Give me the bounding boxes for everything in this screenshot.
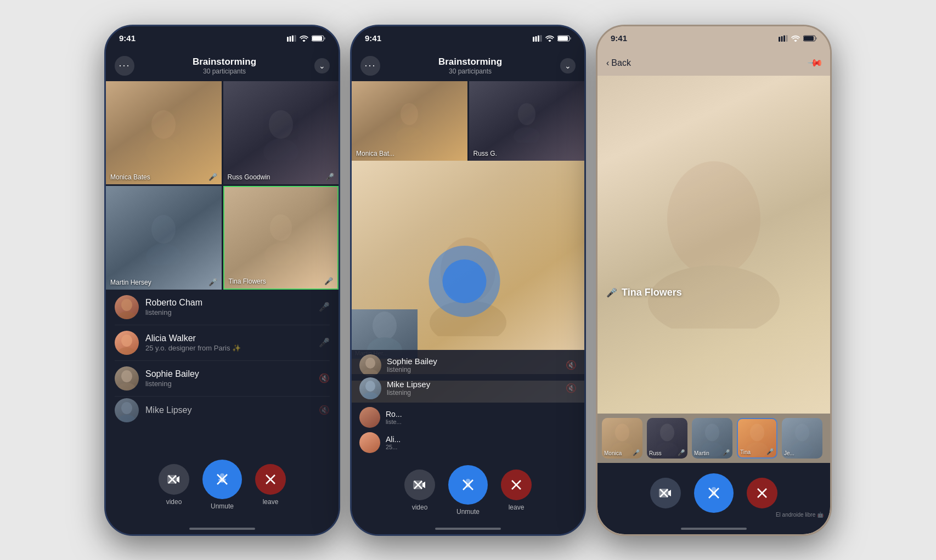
full-speaker-3: 🎤 Tina Flowers <box>597 76 830 414</box>
sophie-name-2: Sophie Bailey <box>387 357 560 366</box>
header-center-2: Brainstorming 30 participants <box>438 56 502 75</box>
partial-list-2: Ro... liste... Ali... 25... <box>352 403 584 457</box>
pin-button-3[interactable]: 📌 <box>809 57 821 69</box>
svg-point-12 <box>146 244 181 265</box>
mute-button-3[interactable] <box>694 473 734 513</box>
sophie-status-2: listening <box>387 366 560 374</box>
svg-rect-57 <box>783 35 785 42</box>
participant-roberto[interactable]: Roberto Cham listening 🎤 <box>106 290 339 325</box>
video-button-2[interactable]: video <box>404 470 435 511</box>
svg-point-15 <box>121 299 132 311</box>
home-bar-1 <box>189 528 255 530</box>
status-bar-3: 9:41 <box>597 26 830 50</box>
speaker-name-overlay-3: 🎤 Tina Flowers <box>606 287 682 298</box>
svg-rect-60 <box>816 37 817 39</box>
svg-point-14 <box>264 243 297 265</box>
leave-button-1[interactable]: leave <box>255 464 286 506</box>
participant-sophie[interactable]: Sophie Bailey listening 🔇 <box>106 361 339 396</box>
participant-name-alicia: Alicia Walker <box>145 333 312 343</box>
svg-point-70 <box>750 423 764 441</box>
controls-row-3 <box>650 473 777 513</box>
svg-point-68 <box>705 423 719 441</box>
video-button-3[interactable] <box>650 478 681 508</box>
participant-count-2: 30 participants <box>438 67 502 75</box>
leave-circle-3[interactable] <box>747 478 777 508</box>
participant-status-alicia: 25 y.o. designer from Paris ✨ <box>145 344 312 352</box>
video-cell-russ-2[interactable]: Russ G. <box>469 81 585 161</box>
status-bar-1: 9:41 <box>106 26 339 50</box>
home-indicator-2 <box>352 523 584 534</box>
back-button-3[interactable]: ‹ Back <box>606 58 631 68</box>
mike-mic-2: 🔇 <box>566 383 577 393</box>
svg-point-20 <box>118 383 136 391</box>
mic-status-mike: 🔇 <box>319 405 330 415</box>
phone-2: 9:41 ··· Brainstorming 30 participants ⌄ <box>350 25 586 536</box>
mic-status-sophie: 🔇 <box>319 373 330 383</box>
chevron-button-2[interactable]: ⌄ <box>560 58 576 73</box>
svg-point-43 <box>373 312 397 340</box>
thumb-monica-3[interactable]: Monica 🎤 <box>602 418 642 459</box>
leave-circle-2[interactable] <box>501 470 532 500</box>
svg-point-47 <box>365 381 375 392</box>
svg-point-38 <box>396 127 422 143</box>
pin-icon-3: 📌 <box>807 54 824 71</box>
svg-rect-1 <box>290 36 291 42</box>
video-cell-monica[interactable]: Monica Bates 🎤 <box>106 81 222 185</box>
mute-label-2: Unmute <box>456 508 480 516</box>
thumb-martin-3[interactable]: Martin 🎤 <box>692 418 732 459</box>
thumb-mic-martin-3: 🎤 <box>723 449 730 456</box>
alicia-info-2: Ali... 25... <box>386 435 401 450</box>
mute-circle-2[interactable] <box>448 465 488 505</box>
controls-bar-3 <box>597 463 830 523</box>
mute-button-1[interactable]: Unmute <box>202 460 242 510</box>
svg-rect-55 <box>779 37 780 42</box>
participant-alicia[interactable]: Alicia Walker 25 y.o. designer from Pari… <box>106 325 339 360</box>
participant-mike[interactable]: Mike Lipsey 🔇 <box>106 397 339 424</box>
svg-rect-36 <box>558 36 568 41</box>
video-cell-tina[interactable]: Tina Flowers 🎤 <box>223 186 339 290</box>
mike-name-2: Mike Lipsey <box>387 380 560 389</box>
leave-button-2[interactable]: leave <box>501 470 532 511</box>
alicia-partial-2[interactable]: Ali... 25... <box>352 430 584 455</box>
thumb-label-monica-3: Monica <box>604 450 622 456</box>
participants-list-1: Roberto Cham listening 🎤 Alicia Walker 2… <box>106 290 339 446</box>
video-cell-russ[interactable]: Russ Goodwin 🎤 <box>223 81 339 185</box>
menu-button-1[interactable]: ··· <box>115 56 134 76</box>
leave-circle-1[interactable] <box>255 464 286 495</box>
status-icons-3 <box>779 35 817 42</box>
video-circle-3[interactable] <box>650 478 681 508</box>
thumb-russ-3[interactable]: Russ 🎤 <box>647 418 687 459</box>
thumb-mic-monica-3: 🎤 <box>633 449 640 456</box>
video-circle-2[interactable] <box>404 470 435 500</box>
video-label-monica-2: Monica Bat... <box>356 150 394 157</box>
thumb-label-martin-3: Martin <box>694 450 709 456</box>
video-circle-1[interactable] <box>159 464 189 495</box>
video-label-russ: Russ Goodwin <box>228 173 270 181</box>
menu-button-2[interactable]: ··· <box>360 56 380 76</box>
phone3-header: ‹ Back 📌 <box>597 50 830 76</box>
mute-circle-1[interactable] <box>202 460 242 499</box>
mute-circle-3[interactable] <box>694 473 734 513</box>
video-cell-martin[interactable]: Martin Hersey 🎤 <box>106 186 222 290</box>
participant-info-alicia: Alicia Walker 25 y.o. designer from Pari… <box>145 333 312 352</box>
svg-point-19 <box>121 370 132 382</box>
chevron-button-1[interactable]: ⌄ <box>314 58 330 73</box>
svg-point-66 <box>660 423 674 441</box>
leave-button-3[interactable] <box>747 478 777 508</box>
video-grid-1: Monica Bates 🎤 Russ Goodwin 🎤 Martin Her… <box>106 81 339 290</box>
status-time-3: 9:41 <box>611 33 627 43</box>
participant-info-roberto: Roberto Cham listening <box>145 298 312 316</box>
thumb-tina-3[interactable]: Tina 🎤 <box>737 418 777 459</box>
top-video-row-2: Monica Bat... Russ G. <box>352 81 584 161</box>
mic-icon-tina: 🎤 <box>324 277 333 285</box>
leave-label-2: leave <box>509 504 525 511</box>
video-cell-monica-2[interactable]: Monica Bat... <box>352 81 467 161</box>
mute-button-2[interactable]: Unmute <box>448 465 488 516</box>
svg-point-21 <box>121 402 132 414</box>
participant-name-sophie: Sophie Bailey <box>145 369 312 379</box>
roberto-partial-2[interactable]: Ro... liste... <box>352 405 584 430</box>
mike-overlay-2[interactable]: Mike Lipsey listening 🔇 <box>352 374 584 403</box>
video-button-1[interactable]: video <box>159 464 189 506</box>
sophie-info-2: Sophie Bailey listening <box>387 357 560 374</box>
thumb-je-3[interactable]: Je... <box>782 418 822 459</box>
